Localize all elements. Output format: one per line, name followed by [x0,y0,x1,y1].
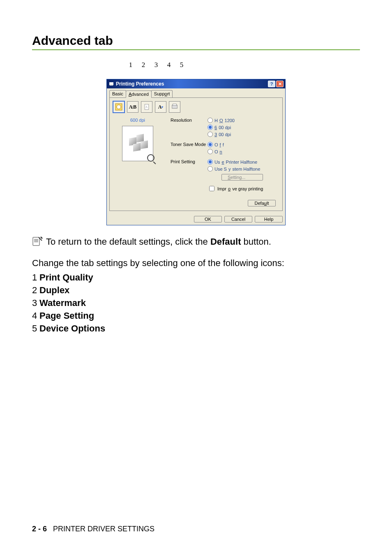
cancel-button[interactable]: Cancel [224,216,252,222]
dialog-footer: OK Cancel Help [107,213,285,225]
magnifier-icon [147,154,154,162]
radio-toner-on[interactable]: On [208,149,224,154]
default-button[interactable]: Default [248,200,276,206]
print-setting-label: Print Setting [171,159,208,164]
note-icon [32,236,43,246]
tab-strip: Basic Advanced Support [107,88,285,97]
callout-1: 1 [128,61,134,69]
watermark-icon[interactable]: A [141,101,152,113]
tab-panel-advanced: A|B A A▾ 600 dpi [109,97,283,211]
preview-resolution-label: 600 dpi [130,118,145,123]
radio-system-halftone[interactable]: Use System Halftone [208,166,263,171]
svg-rect-7 [173,104,177,106]
list-item: 1Print Quality [32,271,360,284]
titlebar: Printing Preferences ? ✕ [107,79,285,88]
callout-2: 2 [141,61,146,69]
halftone-setting-button[interactable]: Setting... [221,174,263,181]
list-item: 4Page Setting [32,310,360,322]
note-row: To return to the default settings, click… [32,236,360,248]
resolution-label: Resolution [171,118,208,123]
svg-rect-8 [33,237,39,246]
preview-pane: 600 dpi [113,118,162,197]
svg-text:A: A [145,106,148,109]
svg-rect-1 [110,84,113,86]
radio-hq1200[interactable]: HQ 1200 [208,118,235,123]
ok-button[interactable]: OK [194,216,222,222]
close-titlebar-button[interactable]: ✕ [276,81,284,87]
help-button[interactable]: Help [255,216,283,222]
note-text: To return to the default settings, click… [46,236,271,248]
device-options-icon[interactable] [169,101,180,113]
help-titlebar-button[interactable]: ? [268,81,275,87]
callout-5: 5 [179,61,184,69]
callout-numbers: 1 2 3 4 5 [128,61,184,69]
radio-toner-off[interactable]: Off [208,142,224,147]
printing-preferences-dialog: Printing Preferences ? ✕ Basic Advanced … [106,79,286,225]
advanced-icon-row: A|B A A▾ [113,101,279,113]
section-title: Advanced tab [32,34,360,50]
duplex-icon[interactable]: A|B [127,101,138,113]
icon-item-list: 1Print Quality 2Duplex 3Watermark 4Page … [32,271,360,335]
page-footer: 2 - 6 PRINTER DRIVER SETTINGS [32,525,154,533]
page-setting-icon[interactable]: A▾ [155,101,166,113]
tab-basic[interactable]: Basic [109,90,126,97]
list-item: 5Device Options [32,322,360,335]
print-quality-icon[interactable] [113,101,125,113]
list-item: 2Duplex [32,284,360,297]
preview-image [122,126,153,161]
tab-advanced[interactable]: Advanced [126,90,152,98]
tab-support[interactable]: Support [151,90,173,97]
list-item: 3Watermark [32,297,360,310]
svg-point-3 [117,105,121,109]
app-icon [108,81,114,87]
dialog-title: Printing Preferences [116,81,164,87]
toner-label: Toner Save Mode [171,142,208,147]
intro-text: Change the tab settings by selecting one… [32,257,360,269]
radio-300dpi[interactable]: 300 dpi [208,132,235,137]
figure-wrap: 1 2 3 4 5 Printing Preferences ? ✕ Basi [32,63,360,225]
improve-gray-checkbox[interactable]: Improve gray printing [208,185,263,192]
radio-printer-halftone[interactable]: Use Printer Halftone [208,159,263,164]
chapter-name: PRINTER DRIVER SETTINGS [53,525,154,533]
callout-4: 4 [166,61,172,69]
callout-3: 3 [153,61,159,69]
radio-600dpi[interactable]: 600 dpi [208,125,235,130]
